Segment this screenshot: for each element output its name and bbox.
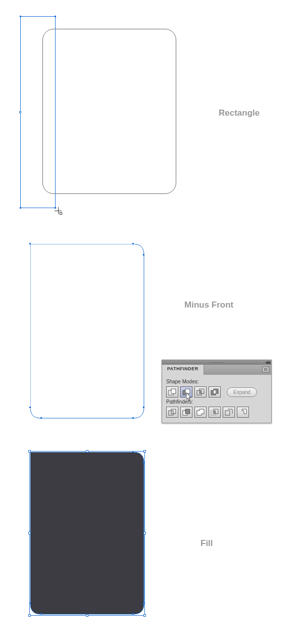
- step-label-rectangle: Rectangle: [219, 108, 260, 118]
- bbox-handle[interactable]: [28, 614, 31, 617]
- minus-back-button[interactable]: [237, 407, 249, 418]
- pathfinders-row: [166, 407, 267, 418]
- pathfinder-tab[interactable]: PATHFINDER: [162, 365, 204, 375]
- bbox-handle[interactable]: [86, 450, 88, 453]
- panel-menu-icon[interactable]: [262, 367, 269, 372]
- anchor-point[interactable]: [20, 207, 21, 209]
- intersect-icon: [196, 388, 205, 395]
- bbox-handle[interactable]: [143, 614, 146, 617]
- filled-shape-selected[interactable]: [30, 452, 144, 615]
- crop-icon: [211, 409, 219, 416]
- svg-rect-3: [185, 389, 190, 393]
- svg-rect-6: [199, 390, 201, 393]
- panel-grip[interactable]: ◀◀: [162, 360, 271, 365]
- divide-button[interactable]: [166, 407, 178, 418]
- panel-body: Shape Modes: Expand Pathfinders:: [162, 375, 271, 423]
- anchor-point[interactable]: [132, 243, 134, 244]
- trim-button[interactable]: [180, 407, 192, 418]
- crosshair-cursor-icon: [55, 207, 63, 215]
- crop-button[interactable]: [209, 407, 221, 418]
- anchor-point[interactable]: [40, 417, 42, 419]
- panel-tabbar: PATHFINDER: [162, 365, 271, 375]
- minus-front-result-shape[interactable]: [30, 244, 144, 418]
- shape-modes-label: Shape Modes:: [166, 379, 267, 384]
- anchor-point[interactable]: [29, 243, 31, 244]
- exclude-icon: [211, 388, 219, 395]
- anchor-point[interactable]: [143, 254, 144, 256]
- step-label-fill: Fill: [200, 538, 213, 549]
- svg-rect-1: [171, 389, 176, 393]
- selection-rectangle[interactable]: [20, 16, 56, 208]
- minus-back-icon: [239, 409, 247, 416]
- svg-rect-17: [225, 411, 230, 415]
- anchor-point[interactable]: [143, 407, 144, 408]
- anchor-point[interactable]: [132, 417, 134, 419]
- svg-rect-13: [185, 409, 190, 414]
- bbox-handle[interactable]: [28, 450, 31, 453]
- bounding-box[interactable]: [29, 451, 145, 616]
- outline-button[interactable]: [223, 407, 235, 418]
- bbox-handle[interactable]: [28, 532, 31, 534]
- intersect-button[interactable]: [194, 386, 207, 398]
- collapse-arrows-icon[interactable]: ◀◀: [265, 360, 269, 365]
- pathfinder-panel[interactable]: ◀◀ PATHFINDER Shape Modes: Expand: [162, 360, 272, 423]
- exclude-button[interactable]: [209, 386, 221, 398]
- shape-modes-row: Expand: [166, 386, 267, 398]
- minus-front-icon: [182, 388, 190, 395]
- anchor-point[interactable]: [55, 16, 56, 17]
- step-label-minus-front: Minus Front: [184, 300, 233, 310]
- outline-icon: [225, 409, 233, 416]
- anchor-point[interactable]: [29, 407, 31, 408]
- unite-button[interactable]: [166, 386, 178, 398]
- svg-rect-16: [214, 411, 216, 414]
- anchor-point[interactable]: [20, 16, 21, 17]
- unite-icon: [168, 388, 176, 395]
- minus-front-button[interactable]: [180, 386, 192, 398]
- pathfinders-label: Pathfinders:: [166, 399, 267, 405]
- merge-icon: [196, 409, 205, 416]
- merge-button[interactable]: [194, 407, 207, 418]
- trim-icon: [182, 409, 190, 416]
- anchor-point[interactable]: [19, 111, 21, 113]
- grip-dots-icon: [210, 362, 224, 364]
- expand-button[interactable]: Expand: [227, 387, 257, 397]
- bbox-handle[interactable]: [86, 614, 88, 617]
- rounded-rectangle-shape[interactable]: [42, 29, 176, 194]
- svg-rect-9: [214, 390, 216, 393]
- bbox-handle[interactable]: [143, 532, 146, 534]
- bbox-handle[interactable]: [143, 450, 146, 453]
- divide-icon: [168, 409, 176, 416]
